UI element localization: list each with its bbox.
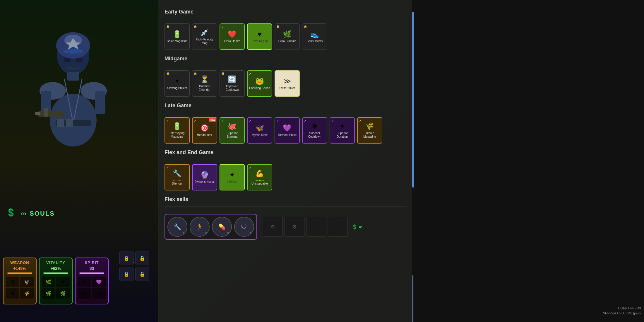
inv-circle-1[interactable]: 🔧 1 xyxy=(167,217,187,237)
item-inhibitor[interactable]: ✦ Inhibitor xyxy=(220,164,245,190)
intensifying-magazine-name: Intensifying Magazine xyxy=(166,132,188,139)
late-game-title: Late Game xyxy=(165,103,407,109)
item-silencer[interactable]: ✓ 🔧 ACTIVE Silencer xyxy=(165,164,190,190)
sprint-boots-name: Sprint Boots xyxy=(307,40,323,43)
svg-rect-16 xyxy=(44,108,48,117)
item-titanic-magazine[interactable]: ✓ 🌾 Titanic Magazine xyxy=(357,117,382,144)
item-unstoppable[interactable]: ✓ 💪 ACTIVE Unstoppable xyxy=(247,164,272,190)
titanic-magazine-icon: 🌾 xyxy=(365,122,374,130)
headhunter-name: Headhunter xyxy=(197,133,212,137)
weapon-icon-4: 🌾 xyxy=(20,288,34,299)
mystic-slow-icon: 🦋 xyxy=(255,124,264,132)
midgame-title: Midgame xyxy=(165,56,407,62)
weapon-value: +148% xyxy=(13,266,26,271)
late-game-items: ✓ 🔋 Intensifying Magazine ✓ NEW 🎯 Headhu… xyxy=(165,117,407,144)
spirit-icon-1: ✦ xyxy=(78,277,91,287)
item-improved-cooldown[interactable]: 🔒 🔄 Improved Cooldown xyxy=(220,70,245,97)
slowing-bullets-name: Slowing Bullets xyxy=(167,86,187,90)
flex-slots: 🔒 🔒 🔒 🔒 xyxy=(119,251,149,281)
inv-circle-3[interactable]: 💊 3 xyxy=(212,217,232,237)
check-icon-titanic: ✓ xyxy=(359,119,362,123)
duration-extender-icon: ⏳ xyxy=(200,75,209,84)
flex-end-game-divider xyxy=(165,160,407,160)
unstoppable-active-text: ACTIVE xyxy=(255,179,264,182)
lock-icon-4: 🔒 xyxy=(304,25,307,28)
check-icon-torment: ✓ xyxy=(276,119,279,123)
improved-cooldown-name: Improved Cooldown xyxy=(221,85,243,92)
extra-stamina-icon: 🌿 xyxy=(283,30,292,38)
keybind-empty-2 xyxy=(328,217,348,237)
vitality-label: VITALITY xyxy=(46,260,65,265)
item-mystic-slow[interactable]: ✓ 🦋 Mystic Slow xyxy=(247,117,272,144)
svg-rect-15 xyxy=(38,111,64,117)
svg-rect-9 xyxy=(95,91,105,114)
diviners-kevlar-icon: 🔮 xyxy=(200,171,209,179)
flex-end-game-title: Flex and End Game xyxy=(165,149,407,156)
item-superior-duration[interactable]: ✓ ✦ Superior Duration xyxy=(330,117,355,144)
client-fps: CLIENT FPS:49 xyxy=(603,306,641,311)
item-extra-regen[interactable]: ♥ Extra Regen xyxy=(247,23,272,50)
souls-label: SOULS xyxy=(30,210,55,217)
souls-infinity-icon: ∞ xyxy=(21,209,26,218)
item-basic-magazine[interactable]: 🔒 🔋 Basic Magazine xyxy=(165,23,190,50)
item-superior-cooldown[interactable]: ✓ ❄ Superior Cooldown xyxy=(302,117,327,144)
spirit-icon-2: 💜 xyxy=(92,277,106,287)
flex-sells-inventory: 🔧 1 🏃 2 💊 3 🛡 4 ⚙ ⚙ 💲 ∞ xyxy=(165,211,407,243)
item-slowing-bullets[interactable]: 🔒 ✦ Slowing Bullets xyxy=(165,70,190,97)
spirit-icon-4: ✦ xyxy=(92,288,106,299)
vitality-icon-3: 🌿 xyxy=(42,288,55,299)
check-icon-sup-stamina: ✓ xyxy=(221,119,224,123)
flex-slot-3[interactable]: 🔒 xyxy=(119,267,133,281)
check-icon-intensify: ✓ xyxy=(166,119,169,123)
item-superior-stamina[interactable]: ✓ 🐙 Superior Stamina xyxy=(220,117,245,144)
svg-point-19 xyxy=(76,58,83,62)
weapon-label: WEAPON xyxy=(10,260,29,265)
vitality-icons: 🌿 ❤ 🌿 🌿 xyxy=(42,277,70,299)
item-diviners-kevlar[interactable]: 🔮 Diviner's Kevlar xyxy=(192,164,217,190)
item-high-velocity-mag[interactable]: 🔒 💉 High-Velocity Mag xyxy=(192,23,217,50)
flex-slot-4[interactable]: 🔒 xyxy=(135,267,149,281)
item-extra-stamina[interactable]: 🔒 🌿 Extra Stamina xyxy=(275,23,300,50)
souls-section: 💲 ∞ SOULS xyxy=(6,208,55,219)
diviners-kevlar-name: Diviner's Kevlar xyxy=(194,180,215,184)
lock-icon-2: 🔒 xyxy=(193,25,197,28)
spirit-value: 83 xyxy=(90,266,94,271)
improved-cooldown-icon: 🔄 xyxy=(228,75,237,84)
flex-row-1: 🔒 🔒 xyxy=(119,251,149,265)
keybind-z[interactable]: ⚙ xyxy=(263,217,283,237)
character-silhouette xyxy=(29,21,117,149)
lock-icon-3: 🔒 xyxy=(276,25,280,28)
superior-duration-name: Superior Duration xyxy=(331,132,353,139)
superior-duration-icon: ✦ xyxy=(339,122,345,130)
weapon-icons: ⚙ 🦅 ⚙ 🌾 xyxy=(6,277,34,299)
extra-regen-name: Extra Regen xyxy=(251,40,268,43)
vitality-stat-card: VITALITY +62% 🌿 ❤ 🌿 🌿 xyxy=(39,258,73,304)
svg-rect-5 xyxy=(67,72,79,81)
item-swift-striker[interactable]: ≫ Swift Striker xyxy=(275,70,300,97)
item-headhunter[interactable]: ✓ NEW 🎯 Headhunter xyxy=(192,117,217,144)
item-enduring-speed[interactable]: ✓ 🐸 Enduring Speed xyxy=(247,70,272,97)
unstoppable-icon: 💪 xyxy=(255,169,264,178)
keybind-x[interactable]: ⚙ xyxy=(285,217,304,237)
item-duration-extender[interactable]: 🔒 ⏳ Duration Extender xyxy=(192,70,217,97)
flex-sells-divider xyxy=(165,207,407,207)
sprint-boots-icon: 👟 xyxy=(310,30,319,38)
late-game-divider xyxy=(165,113,407,113)
inv-circle-4[interactable]: 🛡 4 xyxy=(234,217,254,237)
inv-num-3: 3 xyxy=(227,232,229,235)
item-extra-health[interactable]: ✓ ❤️ Extra Health xyxy=(220,23,245,50)
svg-rect-14 xyxy=(66,119,73,127)
headhunter-icon: 🎯 xyxy=(200,124,209,132)
silencer-active-text: ACTIVE xyxy=(173,179,181,182)
inv-circle-2[interactable]: 🏃 2 xyxy=(190,217,210,237)
item-sprint-boots[interactable]: 🔒 👟 Sprint Boots xyxy=(302,23,327,50)
item-intensifying-magazine[interactable]: ✓ 🔋 Intensifying Magazine xyxy=(165,117,190,144)
inhibitor-name: Inhibitor xyxy=(227,180,237,184)
spirit-label: SPIRIT xyxy=(85,260,99,265)
flex-slot-1[interactable]: 🔒 xyxy=(119,251,133,265)
item-torment-pulse[interactable]: ✓ 💜 Torment Pulse xyxy=(275,117,300,144)
high-velocity-name: High-Velocity Mag xyxy=(193,38,216,45)
torment-pulse-name: Torment Pulse xyxy=(278,133,297,137)
flex-slot-2[interactable]: 🔒 xyxy=(135,251,149,265)
silencer-icon: 🔧 xyxy=(173,169,181,178)
